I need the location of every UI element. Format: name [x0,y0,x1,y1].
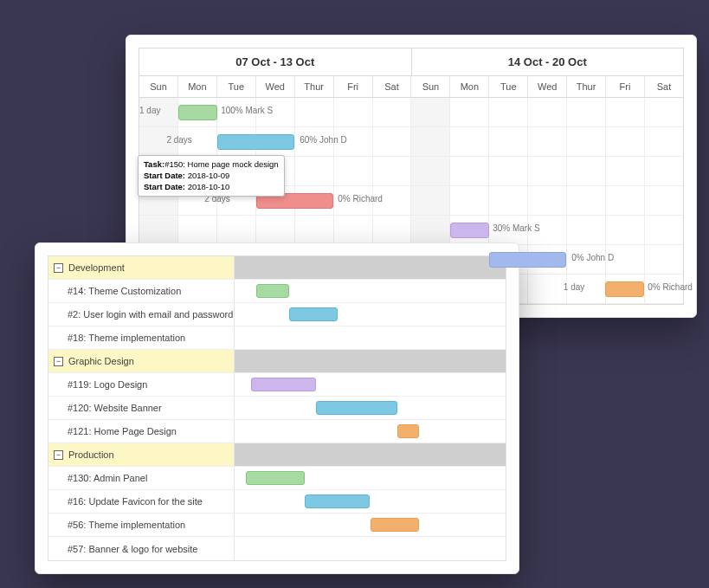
tooltip-label: Start Date: [144,171,185,180]
task-group-name: Production [68,449,114,460]
week-header: 07 Oct - 13 Oct [139,48,412,76]
day-header: Sat [645,76,683,98]
day-header-row: Sun Mon Tue Wed Thur Fri Sat Sun Mon Tue… [139,76,683,98]
gantt-bar-suffix: 0% John D [571,253,614,262]
task-bar[interactable] [256,284,289,298]
task-group-row[interactable]: −Graphic Design [48,350,506,373]
task-label: #14: Theme Customization [68,286,181,296]
gantt-bar[interactable] [605,281,644,297]
day-header: Tue [489,76,528,98]
task-bar[interactable] [289,307,338,321]
tooltip-value: #150: Home page mock design [164,159,279,169]
task-row[interactable]: #119: Logo Design [48,373,506,397]
gantt-bar-suffix: 100% Mark S [221,106,273,115]
gantt-bar-prefix: 1 day [564,282,584,292]
collapse-icon[interactable]: − [54,450,63,460]
day-header: Tue [217,76,256,98]
day-header: Fri [606,76,645,98]
day-header: Thur [295,76,334,98]
day-header: Mon [178,76,217,98]
task-group-name: Development [68,262,125,273]
tooltip-value: 2018-10-09 [188,171,230,180]
day-header: Sun [411,76,450,98]
gantt-bar[interactable] [489,252,567,268]
task-label: #2: User login with email and password [68,309,233,320]
collapse-icon[interactable]: − [54,263,63,273]
gantt-bar[interactable] [178,105,217,120]
tooltip-label: Task: [144,159,164,169]
day-header: Wed [256,76,295,98]
gantt-bar-prefix: 2 days [166,135,191,145]
task-label: #56: Theme implementation [68,520,185,530]
gantt-bar-suffix: 30% Mark S [493,223,539,233]
task-bar[interactable] [246,471,306,485]
task-label: #121: Home Page Design [68,426,177,436]
day-header: Thur [567,76,606,98]
week-header: 14 Oct - 20 Oct [412,48,684,76]
task-label: #57: Banner & logo for website [68,544,197,554]
task-label: #16: Update Favicon for the site [68,496,203,507]
task-row[interactable]: #121: Home Page Design [48,420,506,443]
week-header-row: 07 Oct - 13 Oct 14 Oct - 20 Oct [139,48,683,76]
tooltip-label: Start Date: [144,182,185,191]
task-row[interactable]: #130: Admin Panel [48,467,506,490]
tasklist-gantt-card: −Development #14: Theme Customization #2… [35,242,519,574]
task-group-row[interactable]: −Development [48,256,506,280]
task-row[interactable]: #57: Banner & logo for website [48,537,506,560]
day-header: Fri [334,76,373,98]
task-group-name: Graphic Design [68,356,134,366]
gantt-bar-suffix: 0% Richard [338,194,383,204]
task-row[interactable]: #18: Theme implementation [48,326,506,350]
day-header: Sun [139,76,178,98]
gantt-bar-suffix: 60% John D [300,135,346,145]
task-bar[interactable] [305,494,370,508]
gantt-bar[interactable] [217,134,295,150]
task-row[interactable]: #16: Update Favicon for the site [48,490,506,514]
task-row[interactable]: #56: Theme implementation [48,514,506,537]
gantt-bar[interactable] [450,223,489,238]
task-list: −Development #14: Theme Customization #2… [48,255,506,561]
task-group-row[interactable]: −Production [48,443,506,467]
task-bar[interactable] [251,378,316,391]
gantt-tooltip: Task:#150: Home page mock design Start D… [138,155,285,197]
gantt-bar-prefix: 1 day [139,106,160,115]
task-row[interactable]: #120: Website Banner [48,397,506,420]
task-label: #119: Logo Design [68,379,147,390]
task-label: #120: Website Banner [68,403,162,413]
task-label: #130: Admin Panel [68,473,147,483]
collapse-icon[interactable]: − [54,357,63,366]
tooltip-value: 2018-10-10 [188,182,230,191]
task-row[interactable]: #2: User login with email and password [48,303,506,326]
day-header: Mon [450,76,489,98]
task-bar[interactable] [371,518,419,532]
day-header: Wed [528,76,567,98]
task-label: #18: Theme implementation [68,333,185,343]
task-bar[interactable] [397,424,419,438]
day-header: Sat [373,76,412,98]
task-bar[interactable] [316,401,397,415]
task-row[interactable]: #14: Theme Customization [48,280,506,303]
gantt-bar-suffix: 0% Richard [648,282,693,292]
